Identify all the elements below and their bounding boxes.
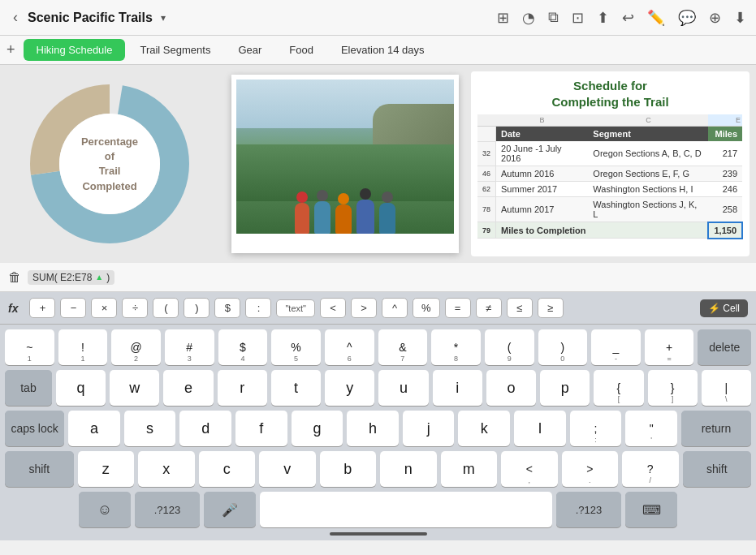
key-openbrace[interactable]: {[ xyxy=(594,370,643,406)
key-c[interactable]: c xyxy=(199,451,256,487)
image-icon[interactable]: ⊡ xyxy=(572,9,584,27)
key-percent[interactable]: %5 xyxy=(271,329,321,365)
lte-button[interactable]: ≤ xyxy=(507,298,533,318)
key-lessthan[interactable]: <, xyxy=(501,451,558,487)
not-equals-button[interactable]: ≠ xyxy=(476,298,502,318)
caps-lock-key[interactable]: caps lock xyxy=(5,411,64,446)
multiply-button[interactable]: × xyxy=(91,298,117,318)
close-paren-button[interactable]: ) xyxy=(184,298,210,318)
key-w[interactable]: w xyxy=(110,370,159,406)
colon-button[interactable]: : xyxy=(245,298,271,318)
comment-icon[interactable]: 💬 xyxy=(678,9,696,27)
shift-right-key[interactable]: shift xyxy=(683,451,752,487)
doc-title-arrow[interactable]: ▾ xyxy=(161,12,166,24)
add-tab-button[interactable]: + xyxy=(6,41,15,58)
content-area: Percentage of Trail Completed ✦ xyxy=(0,65,756,263)
space-key[interactable] xyxy=(260,492,552,527)
add-icon[interactable]: ⊕ xyxy=(709,9,721,27)
key-a[interactable]: a xyxy=(68,411,120,446)
pen-icon[interactable]: ✏️ xyxy=(647,9,665,27)
tab-elevation[interactable]: Elevation 14 days xyxy=(328,39,438,61)
key-x[interactable]: x xyxy=(138,451,195,487)
percent-button[interactable]: % xyxy=(413,298,440,318)
col-e-header: E xyxy=(708,114,742,127)
less-than-button[interactable]: < xyxy=(320,298,346,318)
key-z[interactable]: z xyxy=(78,451,135,487)
undo-icon[interactable]: ↩ xyxy=(622,9,634,27)
key-openparen[interactable]: (9 xyxy=(485,329,534,365)
key-plus[interactable]: += xyxy=(645,329,694,365)
trash-icon[interactable]: 🗑 xyxy=(8,270,21,285)
key-y[interactable]: y xyxy=(325,370,374,406)
key-at[interactable]: @2 xyxy=(111,329,161,365)
key-u[interactable]: u xyxy=(378,370,428,406)
key-h[interactable]: h xyxy=(347,411,399,446)
key-r[interactable]: r xyxy=(218,370,267,406)
num123-left-key[interactable]: .?123 xyxy=(135,492,200,527)
key-i[interactable]: i xyxy=(433,370,482,406)
emoji-key[interactable]: ☺ xyxy=(79,492,131,527)
key-d[interactable]: d xyxy=(179,411,231,446)
minus-button[interactable]: − xyxy=(60,298,86,318)
delete-key[interactable]: delete xyxy=(698,329,751,365)
shift-left-key[interactable]: shift xyxy=(5,451,74,487)
tab-gear[interactable]: Gear xyxy=(225,39,274,61)
key-t[interactable]: t xyxy=(271,370,321,406)
open-paren-button[interactable]: ( xyxy=(153,298,179,318)
caret-button[interactable]: ^ xyxy=(382,298,408,318)
key-f[interactable]: f xyxy=(235,411,287,446)
copy-icon[interactable]: ⧉ xyxy=(548,9,559,26)
key-backslash[interactable]: |\ xyxy=(702,370,751,406)
equals-button[interactable]: = xyxy=(445,298,471,318)
key-question[interactable]: ?/ xyxy=(622,451,679,487)
download-icon[interactable]: ⬇ xyxy=(734,9,746,27)
key-p[interactable]: p xyxy=(540,370,590,406)
tab-hiking-schedule[interactable]: Hiking Schedule xyxy=(24,39,126,61)
key-q[interactable]: q xyxy=(56,370,106,406)
key-m[interactable]: m xyxy=(441,451,498,487)
text-button[interactable]: "text" xyxy=(276,299,315,317)
formula-chip[interactable]: SUM( E2:E78 ▲ ) xyxy=(28,270,114,285)
cell-button[interactable]: ⚡ Cell xyxy=(700,299,748,317)
key-dollar[interactable]: $4 xyxy=(218,329,268,365)
key-b[interactable]: b xyxy=(320,451,377,487)
key-semicolon[interactable]: ;: xyxy=(570,411,622,446)
tab-food[interactable]: Food xyxy=(276,39,326,61)
key-k[interactable]: k xyxy=(458,411,510,446)
key-exclaim[interactable]: !1 xyxy=(58,329,108,365)
chart-icon[interactable]: ◔ xyxy=(522,9,535,27)
key-star[interactable]: *8 xyxy=(431,329,481,365)
key-l[interactable]: l xyxy=(514,411,566,446)
dollar-button[interactable]: $ xyxy=(214,298,240,318)
key-caret[interactable]: ^6 xyxy=(325,329,374,365)
key-g[interactable]: g xyxy=(292,411,343,446)
tab-trail-segments[interactable]: Trail Segments xyxy=(127,39,223,61)
mic-key[interactable]: 🎤 xyxy=(204,492,256,527)
math-toolbar: fx + − × ÷ ( ) $ : "text" < > ^ % = ≠ ≤ … xyxy=(0,292,756,325)
key-closebrace[interactable]: }] xyxy=(648,370,698,406)
key-v[interactable]: v xyxy=(259,451,316,487)
table-icon[interactable]: ⊞ xyxy=(497,9,509,27)
key-closeparen[interactable]: )0 xyxy=(538,329,588,365)
key-tilde[interactable]: ~1 xyxy=(5,329,54,365)
key-hash[interactable]: #3 xyxy=(165,329,214,365)
key-quote[interactable]: "' xyxy=(625,411,677,446)
gte-button[interactable]: ≥ xyxy=(538,298,564,318)
greater-than-button[interactable]: > xyxy=(351,298,377,318)
key-o[interactable]: o xyxy=(486,370,536,406)
key-greaterthan[interactable]: >. xyxy=(562,451,619,487)
key-j[interactable]: j xyxy=(403,411,455,446)
num123-right-key[interactable]: .?123 xyxy=(556,492,621,527)
key-s[interactable]: s xyxy=(124,411,176,446)
divide-button[interactable]: ÷ xyxy=(122,298,148,318)
tab-key[interactable]: tab xyxy=(5,370,52,406)
plus-button[interactable]: + xyxy=(29,298,55,318)
key-underscore[interactable]: _- xyxy=(591,329,641,365)
key-n[interactable]: n xyxy=(380,451,437,487)
return-key[interactable]: return xyxy=(681,411,751,446)
key-ampersand[interactable]: &7 xyxy=(378,329,428,365)
back-button[interactable]: ‹ xyxy=(10,6,21,29)
key-e[interactable]: e xyxy=(163,370,213,406)
keyboard-dismiss-key[interactable]: ⌨ xyxy=(625,492,677,527)
share-icon[interactable]: ⬆ xyxy=(597,9,609,27)
